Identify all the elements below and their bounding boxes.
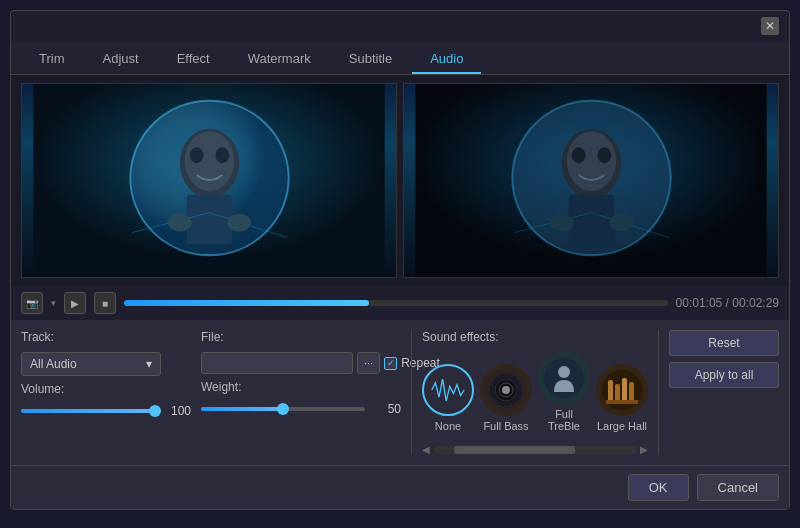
progress-fill bbox=[124, 300, 369, 306]
tab-trim[interactable]: Trim bbox=[21, 45, 83, 74]
cancel-button[interactable]: Cancel bbox=[697, 474, 779, 501]
preview-area bbox=[11, 75, 789, 286]
track-value: All Audio bbox=[30, 357, 77, 371]
preview-left bbox=[21, 83, 397, 278]
svg-point-21 bbox=[609, 214, 633, 232]
sound-none[interactable]: None bbox=[422, 364, 474, 432]
sound-effects-col: Sound effects: None bbox=[422, 330, 648, 455]
sound-effects-label: Sound effects: bbox=[422, 330, 648, 344]
side-buttons-col: Reset Apply to all bbox=[669, 330, 779, 455]
bottom-bar: OK Cancel bbox=[11, 465, 789, 509]
volume-slider-track[interactable] bbox=[21, 409, 155, 413]
file-weight-col: File: ··· ✓ Repeat Weight: 50 bbox=[201, 330, 401, 455]
svg-rect-17 bbox=[569, 195, 615, 244]
time-display: 00:01:05 / 00:02:29 bbox=[676, 296, 779, 310]
tab-audio[interactable]: Audio bbox=[412, 45, 481, 74]
sound-none-icon bbox=[422, 364, 474, 416]
svg-point-20 bbox=[550, 214, 574, 232]
sound-treble[interactable]: Full TreBle bbox=[538, 352, 590, 432]
svg-point-4 bbox=[190, 147, 204, 163]
svg-point-28 bbox=[558, 366, 570, 378]
svg-point-5 bbox=[215, 147, 229, 163]
svg-rect-33 bbox=[629, 382, 634, 402]
tab-bar: Trim Adjust Effect Watermark Subtitle Au… bbox=[11, 41, 789, 75]
settings-area: Track: All Audio ▾ Volume: 100 File: ··· bbox=[11, 320, 789, 465]
svg-point-15 bbox=[572, 147, 586, 163]
camera-button[interactable]: 📷 bbox=[21, 292, 43, 314]
apply-all-button[interactable]: Apply to all bbox=[669, 362, 779, 388]
volume-slider-container: 100 bbox=[21, 404, 191, 418]
file-label: File: bbox=[201, 330, 401, 344]
weight-value: 50 bbox=[371, 402, 401, 416]
svg-rect-34 bbox=[606, 400, 638, 404]
sound-hall[interactable]: Large Hall bbox=[596, 364, 648, 432]
weight-slider-track[interactable] bbox=[201, 407, 365, 411]
tab-effect[interactable]: Effect bbox=[159, 45, 228, 74]
sound-hall-icon bbox=[596, 364, 648, 416]
svg-rect-6 bbox=[187, 195, 233, 244]
sound-none-label: None bbox=[435, 420, 461, 432]
sound-treble-label: Full TreBle bbox=[538, 408, 590, 432]
svg-point-16 bbox=[597, 147, 611, 163]
title-bar: ✕ bbox=[11, 11, 789, 41]
svg-rect-31 bbox=[615, 384, 620, 402]
ok-button[interactable]: OK bbox=[628, 474, 689, 501]
side-buttons: Reset Apply to all bbox=[669, 330, 779, 388]
reset-button[interactable]: Reset bbox=[669, 330, 779, 356]
sound-bass-icon bbox=[480, 364, 532, 416]
volume-value: 100 bbox=[161, 404, 191, 418]
divider bbox=[411, 330, 412, 455]
repeat-checkbox[interactable]: ✓ bbox=[384, 357, 397, 370]
file-input[interactable] bbox=[201, 352, 353, 374]
track-select[interactable]: All Audio ▾ bbox=[21, 352, 161, 376]
play-button[interactable]: ▶ bbox=[64, 292, 86, 314]
track-chevron: ▾ bbox=[146, 357, 152, 371]
svg-point-24 bbox=[502, 386, 510, 394]
volume-label: Volume: bbox=[21, 382, 191, 396]
close-button[interactable]: ✕ bbox=[761, 17, 779, 35]
browse-button[interactable]: ··· bbox=[357, 352, 380, 374]
playback-controls: 📷 ▾ ▶ ■ 00:01:05 / 00:02:29 bbox=[11, 286, 789, 320]
weight-label: Weight: bbox=[201, 380, 401, 394]
divider2 bbox=[658, 330, 659, 455]
volume-thumb[interactable] bbox=[149, 405, 161, 417]
preview-right bbox=[403, 83, 779, 278]
main-dialog: ✕ Trim Adjust Effect Watermark Subtitle … bbox=[10, 10, 790, 510]
tab-watermark[interactable]: Watermark bbox=[230, 45, 329, 74]
tab-subtitle[interactable]: Subtitle bbox=[331, 45, 410, 74]
sound-bass-label: Full Bass bbox=[483, 420, 528, 432]
tab-adjust[interactable]: Adjust bbox=[85, 45, 157, 74]
stop-button[interactable]: ■ bbox=[94, 292, 116, 314]
track-label: Track: bbox=[21, 330, 191, 344]
sound-bass[interactable]: Full Bass bbox=[480, 364, 532, 432]
weight-slider-container: 50 bbox=[201, 402, 401, 416]
sound-hall-label: Large Hall bbox=[597, 420, 647, 432]
svg-point-9 bbox=[168, 214, 192, 232]
sound-icons-row: None Full Bass bbox=[422, 352, 648, 432]
svg-rect-32 bbox=[622, 378, 627, 402]
weight-thumb[interactable] bbox=[277, 403, 289, 415]
svg-point-10 bbox=[227, 214, 251, 232]
track-volume-col: Track: All Audio ▾ Volume: 100 bbox=[21, 330, 191, 455]
progress-bar[interactable] bbox=[124, 300, 668, 306]
sound-treble-icon bbox=[538, 352, 590, 404]
svg-rect-30 bbox=[608, 380, 613, 402]
file-row: ··· ✓ Repeat bbox=[201, 352, 401, 374]
